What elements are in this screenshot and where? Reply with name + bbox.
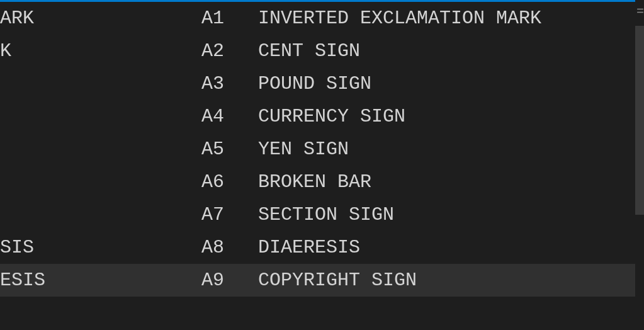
text-row[interactable]: K A2 CENT SIGN <box>0 35 635 67</box>
char-name: YEN SIGN <box>258 140 635 159</box>
left-column-text: ESIS <box>0 271 201 290</box>
code-point: A7 <box>201 205 258 224</box>
char-name: COPYRIGHT SIGN <box>258 271 635 290</box>
code-point: A8 <box>201 238 258 257</box>
code-point: A3 <box>201 74 258 93</box>
char-name: INVERTED EXCLAMATION MARK <box>258 9 635 28</box>
text-row[interactable]: ARK A1 INVERTED EXCLAMATION MARK <box>0 2 635 35</box>
text-row[interactable]: A4 CURRENCY SIGN <box>0 100 635 133</box>
vertical-scrollbar[interactable]: = <box>635 2 644 330</box>
editor-content[interactable]: ARK A1 INVERTED EXCLAMATION MARK K A2 CE… <box>0 2 635 330</box>
code-point: A4 <box>201 107 258 126</box>
code-point: A6 <box>201 173 258 191</box>
char-name: BROKEN BAR <box>258 173 635 191</box>
text-row[interactable]: A6 BROKEN BAR <box>0 166 635 198</box>
text-row[interactable]: SIS A8 DIAERESIS <box>0 231 635 264</box>
code-point: A1 <box>201 9 258 28</box>
char-name: CURRENCY SIGN <box>258 107 635 126</box>
left-column-text: ARK <box>0 9 201 28</box>
left-column-text: SIS <box>0 238 201 257</box>
code-point: A5 <box>201 140 258 159</box>
char-name: DIAERESIS <box>258 238 635 257</box>
text-row-selected[interactable]: ESIS A9 COPYRIGHT SIGN <box>0 264 635 297</box>
char-name: CENT SIGN <box>258 42 635 60</box>
left-column-text: K <box>0 42 201 60</box>
text-row[interactable]: A5 YEN SIGN <box>0 133 635 166</box>
scroll-marker-icon: = <box>636 6 644 18</box>
char-name: SECTION SIGN <box>258 205 635 224</box>
text-row[interactable]: A7 SECTION SIGN <box>0 198 635 231</box>
code-point: A9 <box>201 271 258 290</box>
code-point: A2 <box>201 42 258 60</box>
scrollbar-thumb[interactable] <box>635 26 644 215</box>
text-row[interactable]: A3 POUND SIGN <box>0 67 635 100</box>
char-name: POUND SIGN <box>258 74 635 93</box>
